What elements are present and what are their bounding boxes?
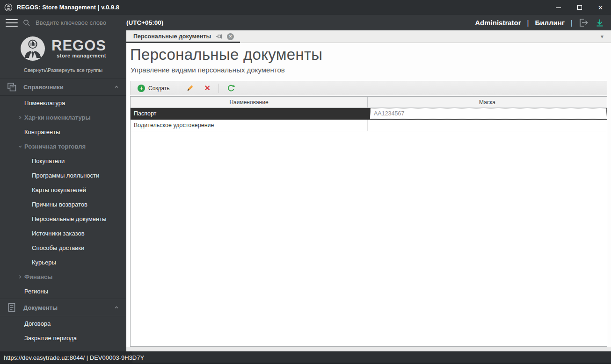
top-bar: (UTC+05:00) Administrator | Биллинг | [126, 15, 611, 30]
sidebar-item-label: Причины возвратов [32, 201, 87, 208]
server-status-text: https://dev.easytrade.uz:8044/ | DEV0000… [0, 351, 132, 364]
download-update-icon[interactable] [595, 18, 604, 28]
sidebar-item-8[interactable]: Причины возвратов [0, 197, 126, 212]
sidebar-item-5[interactable]: Покупатели [0, 154, 126, 168]
cell-name[interactable]: Водительское удостоверение [131, 120, 368, 131]
sidebar-item-17[interactable]: Закрытие периода [0, 331, 126, 345]
close-icon: ✕ [598, 5, 603, 11]
plus-icon: + [138, 85, 145, 92]
documents-grid: Наименование Маска ПаспортAA1234567Водит… [130, 96, 607, 347]
sidebar-item-11[interactable]: Способы доставки [0, 241, 126, 255]
billing-link[interactable]: Биллинг [535, 19, 565, 27]
cell-mask[interactable]: AA1234567 [368, 108, 607, 119]
sidebar-item-10[interactable]: Источники заказов [0, 226, 126, 241]
user-menu[interactable]: Administrator [475, 19, 521, 27]
logo-tagline: store management [51, 53, 106, 58]
chevron-right-icon [18, 274, 22, 279]
delete-button[interactable]: ✕ [200, 83, 215, 93]
sidebar-item-1[interactable]: Номенклатура [0, 96, 126, 110]
menu-hamburger-icon[interactable] [6, 19, 18, 27]
maximize-icon [577, 5, 582, 10]
sidebar-group-0[interactable]: Справочники [0, 78, 126, 96]
sidebar-item-label: Договора [24, 320, 51, 327]
sidebar-item-label: Закрытие периода [24, 335, 77, 342]
tab-close-icon[interactable]: ✕ [227, 33, 234, 40]
delete-x-icon: ✕ [204, 85, 211, 92]
cell-name[interactable]: Паспорт [131, 108, 368, 119]
document-icon [7, 302, 17, 313]
logo-name: REGOS [51, 39, 106, 53]
sidebar-item-label: Карты покупателей [32, 186, 86, 193]
sidebar-item-9[interactable]: Персональные документы [0, 212, 126, 226]
logout-icon[interactable] [579, 18, 589, 27]
sidebar-item-label: Курьеры [32, 259, 56, 266]
title-bar: REGOS: Store Management | v.0.9.8 ✕ [0, 0, 611, 15]
table-row-1[interactable]: Водительское удостоверение [131, 120, 607, 131]
grid-rows: ПаспортAA1234567Водительское удостоверен… [131, 108, 607, 131]
sidebar: REGOS store management Свернуть\Разверну… [0, 15, 126, 351]
grid-header: Наименование Маска [131, 97, 607, 108]
column-header-mask[interactable]: Маска [368, 97, 607, 107]
close-button[interactable]: ✕ [590, 0, 611, 15]
minimize-button[interactable] [548, 0, 569, 15]
chevron-up-icon [114, 85, 119, 89]
sidebar-item-16[interactable]: Договора [0, 316, 126, 331]
grid-empty-area [131, 131, 607, 346]
grid-toolbar: + Создать ✕ [130, 81, 607, 95]
sidebar-item-label: Способы доставки [32, 244, 84, 251]
sidebar-group-label: Документы [23, 304, 58, 311]
sidebar-item-2[interactable]: Хар-ки номенклатуры [0, 110, 126, 125]
tab-label: Персональные документы [133, 33, 211, 40]
toolbar-divider [178, 84, 178, 93]
catalog-icon [7, 82, 17, 92]
sidebar-item-7[interactable]: Карты покупателей [0, 183, 126, 197]
tab-list-dropdown-icon[interactable]: ▼ [600, 34, 604, 39]
maximize-button[interactable] [569, 0, 590, 15]
refresh-button[interactable] [223, 83, 240, 94]
create-button[interactable]: + Создать [133, 83, 174, 93]
sidebar-item-6[interactable]: Программы лояльности [0, 168, 126, 183]
sidebar-item-4[interactable]: Розничная торговля [0, 139, 126, 154]
toolbar-divider [218, 84, 219, 93]
sidebar-nav: СправочникиНоменклатураХар-ки номенклату… [0, 78, 126, 345]
tab-personal-documents[interactable]: Персональные документы ✕ [126, 30, 240, 43]
sidebar-item-12[interactable]: Курьеры [0, 255, 126, 270]
collapse-all-groups[interactable]: Свернуть\Развернуть все группы [0, 67, 126, 73]
sidebar-group-15[interactable]: Документы [0, 299, 126, 316]
table-row-0[interactable]: ПаспортAA1234567 [131, 108, 607, 120]
status-bar: https://dev.easytrade.uz:8044/ | DEV0000… [0, 351, 611, 364]
page-subtitle: Управление видами персональных документо… [131, 66, 611, 74]
app-window: REGOS: Store Management | v.0.9.8 ✕ [0, 0, 611, 364]
pin-icon[interactable] [216, 33, 222, 40]
sidebar-item-label: Источники заказов [32, 230, 85, 237]
minimize-icon [556, 7, 561, 8]
sidebar-item-3[interactable]: Контрагенты [0, 125, 126, 139]
cell-mask[interactable] [368, 120, 607, 131]
search-icon [23, 19, 30, 27]
sidebar-item-label: Хар-ки номенклатуры [24, 114, 91, 121]
chevron-up-icon [114, 305, 119, 310]
sidebar-group-label: Справочники [23, 84, 64, 91]
topbar-separator: | [571, 19, 573, 27]
tab-strip: Персональные документы ✕ ▼ [126, 30, 611, 43]
sidebar-item-label: Финансы [24, 273, 52, 280]
sidebar-item-label: Розничная торговля [24, 143, 86, 150]
sidebar-item-label: Персональные документы [32, 215, 106, 222]
sidebar-search-row [0, 15, 126, 30]
regos-logo-icon [20, 36, 45, 61]
refresh-icon [227, 84, 235, 93]
edit-button[interactable] [182, 83, 198, 93]
search-input[interactable] [36, 19, 115, 26]
brand-logo: REGOS store management [0, 36, 126, 61]
page-title: Персональные документы [130, 46, 611, 64]
column-header-name[interactable]: Наименование [131, 97, 368, 107]
page-content: Персональные документы Управление видами… [126, 43, 611, 351]
create-button-label: Создать [148, 85, 170, 92]
topbar-separator: | [527, 19, 529, 27]
mask-editor-input[interactable]: AA1234567 [370, 108, 607, 119]
sidebar-item-label: Контрагенты [24, 128, 60, 136]
sidebar-item-14[interactable]: Регионы [0, 284, 126, 299]
sidebar-item-13[interactable]: Финансы [0, 270, 126, 284]
main-area: (UTC+05:00) Administrator | Биллинг | [126, 15, 611, 351]
sidebar-item-label: Программы лояльности [32, 172, 99, 179]
